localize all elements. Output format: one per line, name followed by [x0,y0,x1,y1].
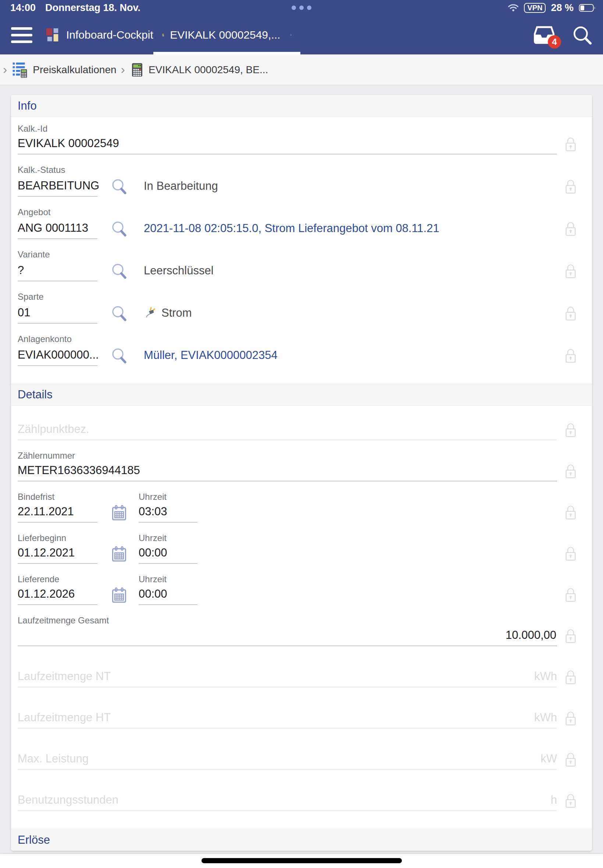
field-label: Laufzeitmenge Gesamt [18,615,585,626]
lieferbeginn-date-input[interactable]: 01.12.2021 [18,546,97,564]
unit-label: kW [541,752,557,766]
kalk-id-input[interactable]: EVIKALK 00002549 [18,136,557,155]
battery-percent: 28 % [551,2,574,14]
angebot-description-link[interactable]: 2021-11-08 02:05:15.0, Strom Lieferangeb… [144,222,439,235]
max-leistung-input[interactable]: Max. Leistung [18,752,541,766]
bindefrist-time-input[interactable]: 03:03 [139,504,198,523]
lock-icon [563,627,578,645]
value-help-icon[interactable] [111,347,128,364]
value-help-icon[interactable] [111,220,128,237]
bindefrist-date-input[interactable]: 22.11.2021 [18,504,97,523]
lock-icon [563,421,578,439]
zaehlernummer-input[interactable]: METER1636336944185 [18,463,557,481]
inbox-button[interactable]: 4 [532,24,556,46]
lock-icon [563,220,578,238]
field-label: Uhrzeit [139,492,198,502]
lock-icon [563,136,578,153]
sparte-description-text: Strom [161,306,192,320]
lock-icon [563,586,578,603]
tab-evikalk-active[interactable]: EVIKALK 00002549,... [153,15,300,54]
breadcrumb: › Preiskalkulationen › EVIKALK 00002549,… [0,54,603,85]
home-indicator[interactable] [201,858,402,863]
calendar-icon[interactable] [110,545,128,563]
field-label: Lieferende [18,574,97,585]
anlagenkonto-input[interactable]: EVIAK000000... [18,348,97,366]
lieferende-date-input[interactable]: 01.12.2026 [18,587,97,605]
lock-icon [563,668,578,686]
kalk-status-input[interactable]: BEARBEITUNG [18,179,97,197]
field-zaehlernummer: Zählernummer METER1636336944185 [18,450,585,481]
lock-icon [563,545,578,562]
field-kalk-id: Kalk.-Id EVIKALK 00002549 [18,124,585,155]
value-help-icon[interactable] [111,178,128,195]
form-card: Info Kalk.-Id EVIKALK 00002549 Kalk.-Sta… [11,95,592,851]
close-tab-icon[interactable] [290,29,292,40]
lock-icon [563,504,578,521]
lock-icon [563,710,578,727]
field-angebot: Angebot ANG 0001113 2021-11-08 02:05:15.… [18,207,585,239]
field-benutzungsstunden: Benutzungsstunden h [18,793,585,811]
angebot-input[interactable]: ANG 0001113 [18,221,97,239]
variante-input[interactable]: ? [18,263,97,282]
lieferbeginn-time-input[interactable]: 00:00 [139,546,198,564]
section-header-info: Info [11,95,592,117]
field-bindefrist: Bindefrist 22.11.2021 Uhrzeit 03:03 [18,492,585,523]
sparte-input[interactable]: 01 [18,306,97,324]
anlagenkonto-description-link[interactable]: Müller, EVIAK0000002354 [144,349,278,362]
zaehlpunktbez-input[interactable]: Zählpunktbez. [18,422,557,440]
lock-icon [563,263,578,280]
lock-icon [563,178,578,195]
field-lieferende: Lieferende 01.12.2026 Uhrzeit 00:00 [18,574,585,605]
lock-icon [563,463,578,480]
field-zaehlpunktbez: Zählpunktbez. [18,422,585,440]
wifi-icon [508,4,519,12]
list-calculator-icon [11,61,29,79]
lock-icon [563,792,578,809]
status-time: 14:00 [10,2,36,14]
laufzeitmenge-gesamt-input[interactable]: 10.000,00 [18,628,557,646]
laufzeitmenge-ht-input[interactable]: Laufzeitmenge HT [18,710,534,724]
field-label: Uhrzeit [139,574,198,585]
vpn-badge: VPN [524,3,546,13]
field-sparte: Sparte 01 Strom [18,292,585,324]
unit-label: kWh [534,710,557,724]
search-icon[interactable] [572,25,592,45]
unit-label: kWh [534,669,557,683]
tab-label: EVIKALK 00002549,... [170,29,280,41]
kalk-status-description: In Bearbeitung [144,179,218,193]
tab-infoboard-cockpit[interactable]: Infoboard-Cockpit [44,15,153,54]
field-lieferbeginn: Lieferbeginn 01.12.2021 Uhrzeit 00:00 [18,533,585,564]
lieferende-time-input[interactable]: 00:00 [139,587,198,605]
app-navbar: Infoboard-Cockpit EVIKALK 00002549,... 4 [0,15,603,54]
value-help-icon[interactable] [111,305,128,322]
laufzeitmenge-nt-input[interactable]: Laufzeitmenge NT [18,669,534,683]
field-laufzeitmenge-nt: Laufzeitmenge NT kWh [18,669,585,687]
lock-icon [563,751,578,768]
sparte-description: Strom [144,306,192,320]
field-label: Sparte [18,292,585,302]
calculator-icon [161,27,165,43]
field-label: Lieferbeginn [18,533,97,543]
field-max-leistung: Max. Leistung kW [18,752,585,770]
menu-button[interactable] [11,27,32,43]
breadcrumb-label: Preiskalkulationen [33,64,116,76]
multitask-dots-icon [292,6,311,10]
section-header-erloese: Erlöse [11,829,592,851]
field-label: Anlagenkonto [18,334,585,344]
benutzungsstunden-input[interactable]: Benutzungsstunden [18,793,551,807]
calendar-icon[interactable] [110,503,128,522]
breadcrumb-item-preiskalkulationen[interactable]: Preiskalkulationen [11,61,116,79]
calendar-icon[interactable] [110,586,128,604]
breadcrumb-item-evikalk[interactable]: EVIKALK 00002549, BE... [130,62,268,77]
bottom-safe-area [0,854,603,868]
field-label: Angebot [18,207,585,217]
field-anlagenkonto: Anlagenkonto EVIAK000000... Müller, EVIA… [18,334,585,366]
field-label: Zählernummer [18,450,585,461]
tab-label: Infoboard-Cockpit [66,29,153,41]
field-laufzeitmenge-gesamt: Laufzeitmenge Gesamt 10.000,00 [18,615,585,646]
field-label: Bindefrist [18,492,97,502]
battery-icon [579,4,596,12]
value-help-icon[interactable] [111,262,128,279]
infoboard-grid-icon [44,26,61,43]
variante-description: Leerschlüssel [144,264,213,277]
